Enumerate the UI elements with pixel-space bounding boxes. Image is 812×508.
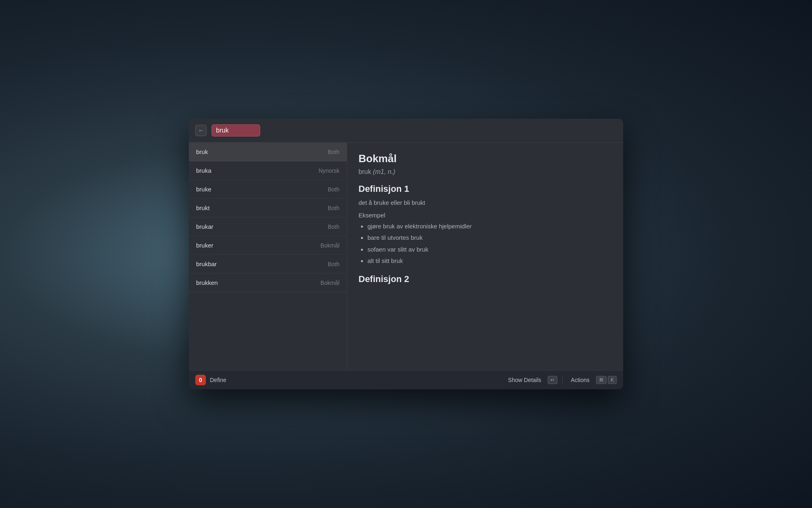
back-button[interactable]: ←	[195, 125, 207, 136]
actions-shortcut-group: ⌘ K	[596, 376, 617, 384]
list-item[interactable]: bruk Both	[189, 143, 347, 161]
list-item[interactable]: brukken Bokmål	[189, 274, 347, 292]
list-item-tag: Both	[328, 205, 339, 211]
list-item-tag: Both	[328, 186, 339, 193]
example-item: alt til sitt bruk	[367, 256, 612, 266]
list-item-word: bruka	[196, 167, 212, 174]
detail-language: Bokmål	[358, 152, 612, 165]
list-item[interactable]: brukar Both	[189, 217, 347, 236]
header: ←	[189, 119, 623, 143]
detail-panel: Bokmål bruk (m1, n.) Definisjon 1 det å …	[347, 143, 623, 370]
footer-toolbar: 0 Define Show Details ↵ Actions ⌘ K	[189, 370, 623, 389]
footer-actions-group: Show Details ↵ Actions ⌘ K	[505, 375, 617, 385]
list-item-tag: Nynorsk	[319, 167, 339, 174]
list-item-word: brukt	[196, 204, 209, 211]
definition-text-1: det å bruke eller bli brukt	[358, 198, 612, 208]
list-item-word: bruke	[196, 186, 212, 193]
definition-title-1: Definisjon 1	[358, 184, 612, 194]
list-item-tag: Bokmål	[320, 280, 339, 286]
enter-key-group: ↵	[548, 376, 557, 384]
show-details-button[interactable]: Show Details	[505, 375, 544, 385]
back-icon: ←	[198, 127, 204, 134]
search-input[interactable]	[212, 124, 260, 137]
cmd-key-badge: ⌘	[596, 376, 607, 384]
example-item: bare til utvortes bruk	[367, 233, 612, 243]
list-item-word: brukbar	[196, 261, 217, 267]
word-list: bruk Both bruka Nynorsk bruke Both brukt…	[189, 143, 347, 370]
divider	[562, 376, 563, 384]
example-label-1: Eksempel	[358, 212, 612, 219]
list-item-tag: Both	[328, 261, 339, 267]
actions-button[interactable]: Actions	[568, 375, 593, 385]
example-item: gjøre bruk av elektroniske hjelpemidler	[367, 222, 612, 231]
k-key-badge: K	[608, 376, 617, 384]
example-item: sofaen var slitt av bruk	[367, 245, 612, 254]
app-icon: 0	[195, 375, 206, 385]
list-item-word: brukken	[196, 279, 218, 286]
enter-key-badge: ↵	[548, 376, 557, 384]
list-item-tag: Bokmål	[320, 242, 339, 249]
definition-title-2: Definisjon 2	[358, 274, 612, 284]
detail-word-meta: bruk (m1, n.)	[358, 168, 612, 176]
list-item[interactable]: bruke Both	[189, 180, 347, 199]
list-item-word: bruk	[196, 148, 208, 155]
main-content: bruk Both bruka Nynorsk bruke Both brukt…	[189, 143, 623, 370]
example-list-1: gjøre bruk av elektroniske hjelpemidler …	[358, 222, 612, 266]
list-item[interactable]: bruker Bokmål	[189, 236, 347, 255]
app-window: ← bruk Both bruka Nynorsk bruke Both bru…	[189, 119, 623, 389]
list-item-tag: Both	[328, 149, 339, 155]
list-item-word: brukar	[196, 223, 214, 230]
list-item-word: bruker	[196, 242, 214, 249]
list-item[interactable]: brukbar Both	[189, 255, 347, 274]
list-item-tag: Both	[328, 224, 339, 230]
list-item[interactable]: bruka Nynorsk	[189, 161, 347, 180]
app-name-label: Define	[210, 377, 501, 383]
list-item[interactable]: brukt Both	[189, 199, 347, 217]
